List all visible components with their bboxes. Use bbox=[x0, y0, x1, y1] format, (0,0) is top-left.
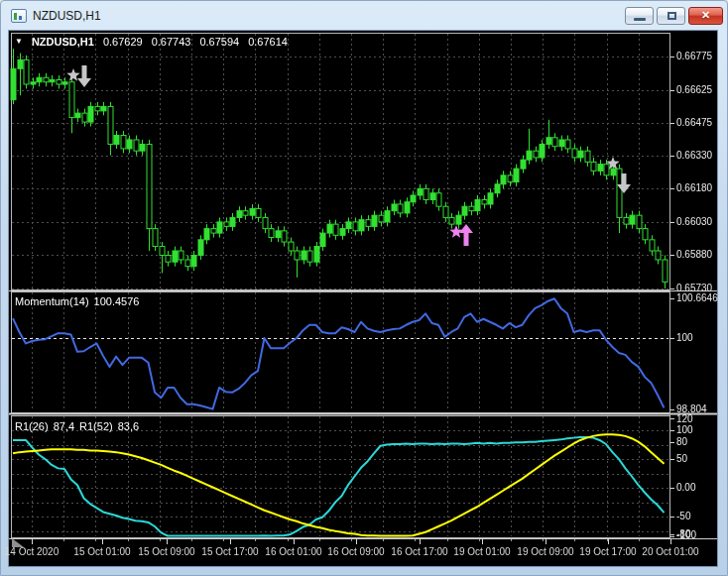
oscillator2-name: R1(52) bbox=[79, 420, 113, 432]
oscillator-axis-label: 0.00 bbox=[676, 483, 695, 493]
time-axis-label: 15 Oct 09:00 bbox=[138, 547, 194, 557]
price-axis-label: 0.66180 bbox=[676, 183, 712, 193]
momentum-indicator-label: Momentum(14) 100.4576 bbox=[15, 295, 139, 307]
restore-icon bbox=[667, 12, 676, 20]
chart-window: NZDUSD,H1 ✕ ▼ NZDUSD,H1 0.67629 0.67743 … bbox=[0, 0, 728, 576]
chart-symbol-label: NZDUSD,H1 bbox=[32, 36, 94, 48]
price-axis-label: 0.65880 bbox=[676, 250, 712, 260]
oscillator-axis-label: -100 bbox=[676, 530, 696, 540]
ohlc-low: 0.67594 bbox=[199, 36, 239, 48]
price-axis-label: 0.66475 bbox=[676, 118, 712, 128]
time-axis-label: 19 Oct 17:00 bbox=[579, 547, 636, 557]
title-bar[interactable]: NZDUSD,H1 ✕ bbox=[1, 1, 728, 31]
chart-icon bbox=[11, 9, 27, 23]
oscillator-axis-label: 100 bbox=[676, 425, 693, 435]
price-axis-label: 0.66030 bbox=[676, 217, 712, 227]
momentum-axis-label: 100.6646 bbox=[676, 293, 718, 303]
oscillator-axis-label: -50 bbox=[676, 512, 690, 521]
time-axis-label: 15 Oct 17:00 bbox=[201, 547, 258, 557]
chart-header: ▼ NZDUSD,H1 0.67629 0.67743 0.67594 0.67… bbox=[15, 36, 288, 48]
oscillator-axis-label: 50 bbox=[676, 454, 687, 464]
momentum-name: Momentum(14) bbox=[15, 295, 89, 307]
time-axis-label: 15 Oct 01:00 bbox=[73, 547, 130, 557]
chart-client-area: ▼ NZDUSD,H1 0.67629 0.67743 0.67594 0.67… bbox=[9, 31, 717, 566]
oscillator-indicator-label: R1(26) 87,4 R1(52) 83,6 bbox=[15, 420, 139, 432]
oscillator1-value: 87,4 bbox=[54, 420, 74, 432]
time-axis-label: 19 Oct 01:00 bbox=[453, 547, 510, 557]
window-controls: ✕ bbox=[625, 7, 723, 25]
price-axis-label: 0.66330 bbox=[676, 151, 712, 161]
restore-button[interactable] bbox=[657, 7, 685, 25]
oscillator2-value: 83,6 bbox=[118, 420, 139, 432]
time-axis-label: 14 Oct 2020 bbox=[5, 547, 59, 557]
time-axis-label: 19 Oct 09:00 bbox=[517, 547, 573, 557]
ohlc-open: 0.67629 bbox=[103, 36, 143, 48]
time-axis-label: 20 Oct 01:00 bbox=[642, 547, 698, 557]
ohlc-high: 0.67743 bbox=[152, 36, 191, 48]
oscillator-axis-label: 80 bbox=[676, 437, 687, 447]
close-icon: ✕ bbox=[689, 9, 722, 22]
momentum-axis-label: 100 bbox=[676, 333, 693, 343]
ohlc-close: 0.67614 bbox=[248, 36, 288, 48]
momentum-value: 100.4576 bbox=[94, 295, 140, 307]
minimize-button[interactable] bbox=[625, 7, 654, 25]
time-axis-label: 16 Oct 17:00 bbox=[391, 547, 447, 557]
oscillator1-name: R1(26) bbox=[15, 420, 49, 432]
price-axis-label: 0.66625 bbox=[676, 85, 712, 95]
oscillator-axis-label: 120 bbox=[676, 414, 693, 424]
time-axis-label: 16 Oct 01:00 bbox=[265, 547, 321, 557]
price-axis-label: 0.66775 bbox=[676, 52, 712, 61]
time-axis-label: 16 Oct 09:00 bbox=[327, 547, 384, 557]
close-button[interactable]: ✕ bbox=[688, 7, 723, 25]
minimize-icon bbox=[634, 18, 646, 21]
symbol-dropdown-icon[interactable]: ▼ bbox=[15, 38, 23, 46]
window-title: NZDUSD,H1 bbox=[33, 9, 101, 23]
